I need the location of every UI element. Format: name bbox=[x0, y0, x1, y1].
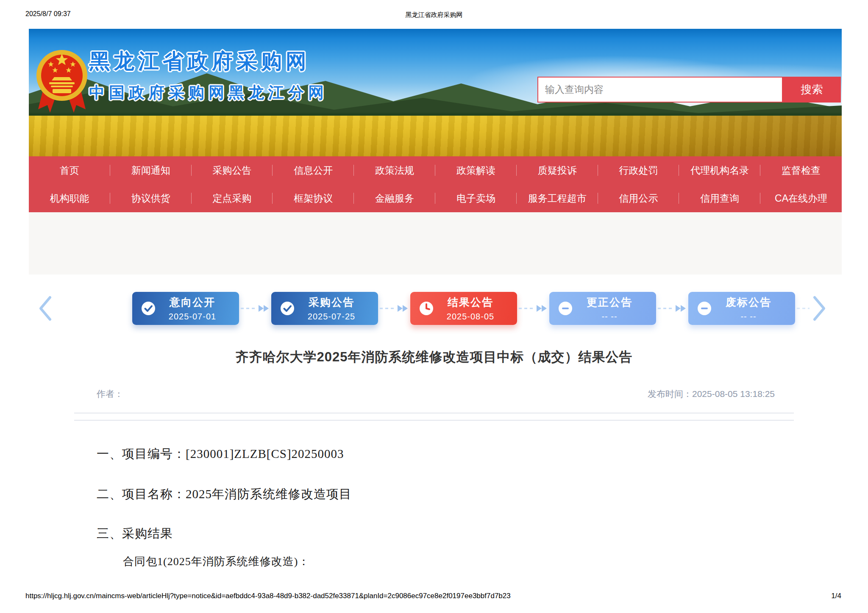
footer-page-number: 1/4 bbox=[831, 592, 841, 600]
timeline-arrow bbox=[656, 303, 688, 313]
minus-circle-icon bbox=[697, 301, 712, 316]
sub-nav-panel bbox=[29, 212, 842, 275]
paragraph-project-number: 一、项目编号：[230001]ZLZB[CS]20250003 bbox=[97, 446, 792, 463]
nav-item-finance[interactable]: 金融服务 bbox=[354, 184, 435, 212]
site-subtitle: 中国政府采购网黑龙江分网 bbox=[89, 82, 328, 103]
timeline-step-correction-notice[interactable]: 更正公告 -- -- bbox=[549, 292, 656, 325]
nav-item-credit-publicity[interactable]: 信用公示 bbox=[598, 184, 679, 212]
step-date: 2025-07-01 bbox=[156, 312, 229, 322]
meta-divider-bottom bbox=[74, 420, 794, 421]
site-banner: 黑龙江省政府采购网 中国政府采购网黑龙江分网 搜索 bbox=[29, 29, 842, 156]
step-label: 结果公告 bbox=[434, 295, 507, 309]
publish-time: 发布时间：2025-08-05 13:18:25 bbox=[648, 388, 775, 400]
nav-item-fixed-point[interactable]: 定点采购 bbox=[192, 184, 273, 212]
nav-item-info-disclosure[interactable]: 信息公开 bbox=[273, 156, 354, 184]
step-label: 意向公开 bbox=[156, 295, 229, 309]
step-label: 更正公告 bbox=[573, 295, 646, 309]
step-date: 2025-07-25 bbox=[295, 312, 368, 322]
nav-row-1: 首页 新闻通知 采购公告 信息公开 政策法规 政策解读 质疑投诉 行政处罚 代理… bbox=[29, 156, 842, 184]
nav-item-policies[interactable]: 政策法规 bbox=[354, 156, 435, 184]
check-circle-icon bbox=[280, 301, 295, 316]
site-title: 黑龙江省政府采购网 bbox=[89, 47, 328, 75]
timeline-arrow bbox=[517, 303, 549, 313]
timeline-step-intention[interactable]: 意向公开 2025-07-01 bbox=[132, 292, 239, 325]
step-date: 2025-08-05 bbox=[434, 312, 507, 322]
search-bar: 搜索 bbox=[537, 77, 841, 103]
print-page-title: 黑龙江省政府采购网 bbox=[25, 11, 843, 19]
banner-titles: 黑龙江省政府采购网 中国政府采购网黑龙江分网 bbox=[89, 47, 328, 103]
nav-item-agreement-supply[interactable]: 协议供货 bbox=[110, 184, 192, 212]
nav-item-credit-query[interactable]: 信用查询 bbox=[679, 184, 760, 212]
footer-url: https://hljcg.hlj.gov.cn/maincms-web/art… bbox=[25, 592, 511, 600]
nav-item-admin-penalties[interactable]: 行政处罚 bbox=[598, 156, 679, 184]
publish-label: 发布时间： bbox=[648, 389, 692, 399]
paragraph-contract-package: 合同包1(2025年消防系统维修改造)： bbox=[123, 554, 792, 569]
publish-value: 2025-08-05 13:18:25 bbox=[692, 389, 775, 399]
author-label: 作者： bbox=[97, 388, 123, 400]
timeline-step-bid-cancellation-notice[interactable]: 废标公告 -- -- bbox=[688, 292, 795, 325]
meta-divider-top bbox=[74, 413, 794, 413]
nav-item-home[interactable]: 首页 bbox=[29, 156, 110, 184]
main-nav: 首页 新闻通知 采购公告 信息公开 政策法规 政策解读 质疑投诉 行政处罚 代理… bbox=[29, 156, 842, 212]
nav-item-ca-online[interactable]: CA在线办理 bbox=[760, 184, 842, 212]
article-body: 一、项目编号：[230001]ZLZB[CS]20250003 二、项目名称：2… bbox=[97, 446, 792, 569]
nav-item-e-mall[interactable]: 电子卖场 bbox=[435, 184, 517, 212]
timeline-step-result-notice[interactable]: 结果公告 2025-08-05 bbox=[410, 292, 517, 325]
chevron-right-icon[interactable] bbox=[812, 295, 826, 322]
step-date: -- -- bbox=[712, 312, 785, 322]
search-input[interactable] bbox=[537, 77, 783, 103]
article-title: 齐齐哈尔大学2025年消防系统维修改造项目中标（成交）结果公告 bbox=[74, 348, 794, 366]
step-label: 采购公告 bbox=[295, 295, 368, 309]
timeline-arrow bbox=[378, 303, 410, 313]
nav-item-complaints[interactable]: 质疑投诉 bbox=[517, 156, 598, 184]
check-circle-icon bbox=[141, 301, 156, 316]
search-button[interactable]: 搜索 bbox=[783, 77, 841, 103]
nav-item-procurement-notices[interactable]: 采购公告 bbox=[192, 156, 273, 184]
nav-item-supervision[interactable]: 监督检查 bbox=[760, 156, 842, 184]
nav-item-functions[interactable]: 机构职能 bbox=[29, 184, 110, 212]
chevron-left-icon[interactable] bbox=[38, 295, 53, 322]
timeline-arrow bbox=[239, 303, 271, 313]
step-label: 废标公告 bbox=[712, 295, 785, 309]
clock-icon bbox=[419, 301, 434, 316]
timeline-step-procurement-notice[interactable]: 采购公告 2025-07-25 bbox=[271, 292, 378, 325]
paragraph-project-name: 二、项目名称：2025年消防系统维修改造项目 bbox=[97, 486, 792, 503]
paragraph-procurement-result: 三、采购结果 bbox=[97, 525, 792, 542]
minus-circle-icon bbox=[558, 301, 573, 316]
nav-item-service-mart[interactable]: 服务工程超市 bbox=[517, 184, 598, 212]
print-header: 2025/8/7 09:37 黑龙江省政府采购网 bbox=[25, 10, 843, 20]
nav-item-policy-interpretation[interactable]: 政策解读 bbox=[435, 156, 517, 184]
nav-item-agency-directory[interactable]: 代理机构名录 bbox=[679, 156, 760, 184]
field-graphic bbox=[29, 116, 842, 156]
nav-item-framework[interactable]: 框架协议 bbox=[273, 184, 354, 212]
step-date: -- -- bbox=[573, 312, 646, 322]
national-emblem-logo bbox=[35, 38, 89, 117]
nav-item-news[interactable]: 新闻通知 bbox=[110, 156, 192, 184]
procurement-timeline: 意向公开 2025-07-01 采购公告 2025-07-25 bbox=[38, 291, 826, 325]
timeline-arrow-partial bbox=[795, 303, 812, 313]
nav-row-2: 机构职能 协议供货 定点采购 框架协议 金融服务 电子卖场 服务工程超市 信用公… bbox=[29, 184, 842, 212]
